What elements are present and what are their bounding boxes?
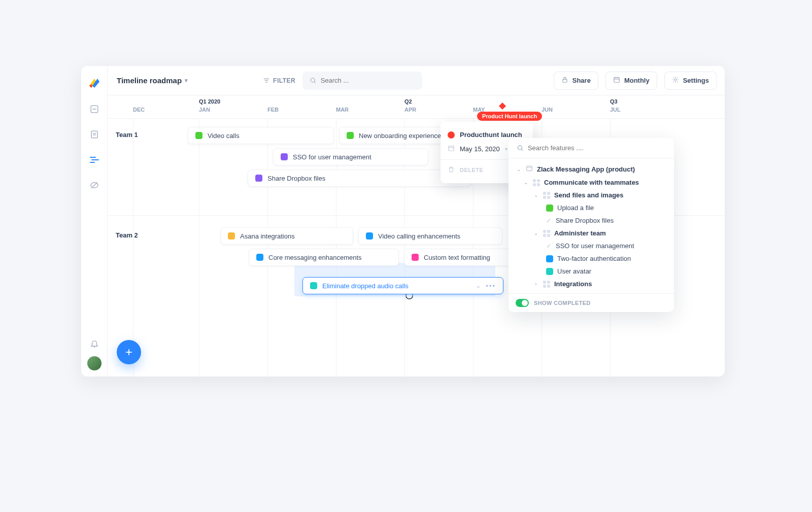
- chevron-down-icon: ⌄: [516, 166, 522, 172]
- share-button[interactable]: Share: [554, 72, 598, 90]
- delete-label: DELETE: [460, 167, 483, 173]
- tree-label: Send files and images: [554, 191, 624, 199]
- card-label: Share Dropbox files: [267, 175, 325, 182]
- team-label: Team 2: [116, 231, 138, 239]
- topbar: Timeline roadmap ▾ FILTER Share: [108, 66, 725, 95]
- svg-rect-27: [527, 166, 532, 170]
- more-icon[interactable]: •••: [486, 282, 496, 290]
- tree-communicate[interactable]: ⌄ Communicate with teammates: [513, 176, 670, 189]
- color-dot-icon: [256, 254, 263, 261]
- add-button[interactable]: +: [117, 340, 141, 364]
- color-dot-icon: [347, 132, 354, 139]
- page-title-label: Timeline roadmap: [117, 76, 182, 85]
- month-label: FEB: [267, 107, 279, 113]
- tree-label: Two-factor authentication: [557, 255, 631, 262]
- grid-icon: [543, 230, 550, 237]
- timeline-card-share-dropbox[interactable]: Share Dropbox files: [248, 169, 471, 187]
- nav-rail: [81, 66, 108, 377]
- quarter-label: Q3: [610, 98, 618, 105]
- svg-point-22: [674, 79, 676, 81]
- tree-send-files[interactable]: ⌄ Send files and images: [513, 189, 670, 201]
- calendar-icon: [613, 76, 620, 85]
- nav-board-icon[interactable]: [89, 104, 100, 115]
- timeline-card-core-msg[interactable]: Core messaging enhancements: [249, 249, 399, 266]
- chevron-down-icon[interactable]: ⌄: [476, 283, 481, 289]
- tree-sso[interactable]: ✓ SSO for user management: [513, 240, 670, 252]
- settings-label: Settings: [683, 77, 709, 84]
- nav-doc-icon[interactable]: [89, 129, 100, 140]
- color-dot-icon: [546, 255, 553, 262]
- show-completed-toggle-row[interactable]: SHOW COMPLETED: [509, 293, 674, 312]
- svg-point-25: [518, 146, 522, 150]
- window-icon: [526, 165, 533, 174]
- features-search-input[interactable]: [528, 144, 666, 152]
- svg-line-16: [314, 82, 316, 83]
- tree-avatar[interactable]: User avatar: [513, 265, 670, 278]
- user-avatar[interactable]: [87, 356, 101, 370]
- card-actions[interactable]: ⌄•••: [476, 282, 496, 290]
- monthly-label: Monthly: [624, 77, 650, 84]
- features-search-wrap[interactable]: [509, 138, 674, 158]
- check-icon: ✓: [546, 217, 552, 224]
- search-icon: [517, 144, 524, 152]
- card-label: SSO for user management: [293, 153, 371, 161]
- tree-integrations[interactable]: › Integrations: [513, 278, 670, 290]
- gridline: [133, 119, 133, 377]
- svg-line-26: [522, 149, 523, 151]
- tree-label: User avatar: [557, 267, 591, 275]
- month-label: DEC: [133, 107, 145, 113]
- tree-label: Administer team: [554, 229, 606, 237]
- settings-button[interactable]: Settings: [664, 72, 717, 90]
- chevron-down-icon: ⌄: [533, 230, 539, 236]
- tree-2fa[interactable]: Two-factor authentication: [513, 252, 670, 265]
- tree-admin[interactable]: ⌄ Administer team: [513, 227, 670, 240]
- calendar-icon: [448, 145, 455, 153]
- month-label: JUN: [542, 107, 553, 113]
- color-dot-icon: [310, 282, 317, 289]
- caret-down-icon: ▾: [505, 146, 507, 152]
- timeline-card-video-enh[interactable]: Video calling enhancements: [358, 227, 502, 245]
- card-label: Core messaging enhancements: [268, 254, 362, 261]
- quarter-label: Q1 2020: [199, 98, 220, 105]
- page-title[interactable]: Timeline roadmap ▾: [117, 76, 188, 85]
- plus-icon: +: [125, 345, 132, 359]
- chevron-down-icon: ⌄: [533, 192, 539, 198]
- timeline-card-asana[interactable]: Asana integrations: [220, 227, 353, 245]
- gridline: [267, 119, 268, 377]
- month-label: MAR: [336, 107, 349, 113]
- filter-button[interactable]: FILTER: [263, 77, 295, 84]
- caret-down-icon: ▾: [185, 77, 188, 84]
- tree-label: Share Dropbox files: [556, 217, 614, 224]
- tree-product[interactable]: ⌄ Zlack Messaging App (product): [513, 162, 670, 176]
- chevron-right-icon: ›: [533, 281, 539, 287]
- features-panel: ⌄ Zlack Messaging App (product) ⌄ Commun…: [509, 138, 674, 312]
- color-dot-icon: [366, 232, 373, 240]
- search-input-wrap[interactable]: [302, 72, 422, 90]
- search-input[interactable]: [321, 77, 416, 84]
- toggle-on-icon[interactable]: [516, 299, 529, 307]
- timeline-card-dropped-calls[interactable]: Eliminate dropped audio calls⌄•••: [302, 277, 503, 294]
- check-icon: ✓: [546, 242, 552, 250]
- tree-share-dropbox[interactable]: ✓ Share Dropbox files: [513, 214, 670, 227]
- svg-rect-23: [449, 146, 454, 151]
- color-dot-icon: [228, 232, 235, 240]
- color-dot-icon: [281, 153, 288, 160]
- show-completed-label: SHOW COMPLETED: [534, 300, 591, 306]
- grid-icon: [543, 281, 550, 288]
- nav-timeline-icon[interactable]: [89, 154, 100, 165]
- nav-privacy-icon[interactable]: [89, 180, 100, 191]
- monthly-button[interactable]: Monthly: [605, 72, 657, 90]
- card-label: Custom text formatting: [424, 254, 490, 261]
- card-label: Video calls: [208, 132, 240, 140]
- timeline-card-sso[interactable]: SSO for user management: [273, 148, 428, 165]
- card-label: Asana integrations: [240, 232, 295, 240]
- timeline-card-video-calls[interactable]: Video calls: [188, 127, 334, 144]
- tree-upload-file[interactable]: Upload a file: [513, 201, 670, 214]
- feature-tree: ⌄ Zlack Messaging App (product) ⌄ Commun…: [509, 158, 674, 293]
- search-icon: [310, 77, 316, 84]
- lock-icon: [561, 76, 568, 85]
- popover-date: May 15, 2020: [460, 145, 500, 153]
- month-label: MAY: [473, 107, 485, 113]
- chevron-down-icon: ⌄: [523, 180, 529, 185]
- bell-icon[interactable]: [89, 338, 100, 349]
